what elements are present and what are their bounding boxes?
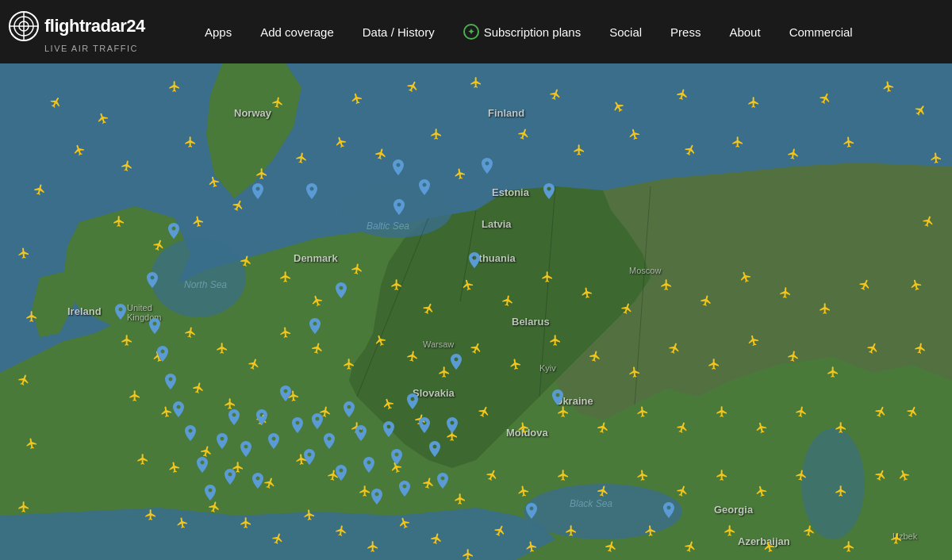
airport-pin[interactable] — [197, 457, 208, 476]
airport-pin[interactable] — [304, 449, 315, 468]
plane-icon[interactable] — [628, 365, 642, 380]
logo-text[interactable]: flightradar24 — [8, 10, 145, 42]
airport-pin[interactable] — [252, 473, 263, 492]
plane-icon[interactable] — [191, 214, 206, 231]
airport-pin[interactable] — [552, 389, 563, 408]
airport-pin[interactable] — [344, 401, 355, 420]
plane-icon[interactable] — [819, 302, 831, 316]
plane-icon[interactable] — [168, 80, 181, 94]
airport-pin[interactable] — [309, 318, 321, 337]
plane-icon[interactable] — [708, 358, 720, 372]
nav-add-coverage[interactable]: Add coverage — [246, 0, 348, 63]
airport-pin[interactable] — [256, 409, 267, 428]
airport-pin[interactable] — [268, 433, 279, 452]
plane-icon[interactable] — [121, 334, 133, 348]
plane-icon[interactable] — [350, 262, 365, 278]
plane-icon[interactable] — [565, 524, 578, 539]
plane-icon[interactable] — [929, 151, 943, 166]
airport-pin[interactable] — [469, 252, 480, 271]
airport-pin[interactable] — [217, 433, 228, 452]
plane-icon[interactable] — [367, 540, 379, 554]
plane-icon[interactable] — [113, 215, 125, 229]
airport-pin[interactable] — [336, 465, 347, 484]
airport-pin[interactable] — [543, 183, 555, 202]
plane-icon[interactable] — [724, 524, 736, 539]
plane-icon[interactable] — [827, 366, 839, 380]
plane-icon[interactable] — [889, 531, 904, 547]
airport-pin[interactable] — [355, 425, 367, 444]
airport-pin[interactable] — [419, 179, 430, 198]
airport-pin[interactable] — [526, 503, 537, 522]
nav-social[interactable]: Social — [595, 0, 656, 63]
airport-pin[interactable] — [363, 457, 374, 476]
airport-pin[interactable] — [407, 393, 418, 412]
plane-icon[interactable] — [843, 540, 855, 554]
plane-icon[interactable] — [516, 420, 532, 437]
airport-pin[interactable] — [399, 481, 410, 500]
plane-icon[interactable] — [343, 358, 355, 372]
plane-icon[interactable] — [635, 405, 650, 420]
airport-pin[interactable] — [306, 183, 317, 202]
plane-icon[interactable] — [271, 95, 286, 112]
plane-icon[interactable] — [120, 159, 135, 175]
plane-icon[interactable] — [580, 286, 595, 302]
plane-icon[interactable] — [240, 516, 252, 531]
plane-icon[interactable] — [541, 270, 554, 285]
plane-icon[interactable] — [635, 468, 650, 483]
plane-icon[interactable] — [167, 460, 182, 477]
plane-icon[interactable] — [279, 270, 292, 285]
airport-pin[interactable] — [371, 489, 382, 508]
plane-icon[interactable] — [786, 147, 801, 163]
plane-icon[interactable] — [794, 405, 809, 421]
plane-icon[interactable] — [390, 278, 403, 293]
plane-icon[interactable] — [913, 341, 928, 358]
plane-icon[interactable] — [136, 453, 149, 467]
airport-pin[interactable] — [393, 159, 404, 178]
airport-pin[interactable] — [447, 417, 458, 436]
plane-icon[interactable] — [573, 144, 585, 158]
airport-pin[interactable] — [391, 449, 402, 468]
airport-pin[interactable] — [149, 318, 160, 337]
plane-icon[interactable] — [778, 286, 793, 301]
airport-pin[interactable] — [225, 469, 236, 488]
plane-icon[interactable] — [17, 501, 30, 515]
plane-icon[interactable] — [524, 539, 539, 556]
airport-pin[interactable] — [240, 441, 251, 460]
plane-icon[interactable] — [660, 278, 673, 293]
plane-icon[interactable] — [184, 136, 197, 150]
plane-icon[interactable] — [786, 349, 801, 366]
airport-pin[interactable] — [429, 441, 440, 460]
plane-icon[interactable] — [175, 516, 190, 532]
plane-icon[interactable] — [842, 135, 856, 150]
plane-icon[interactable] — [359, 485, 371, 499]
airport-pin[interactable] — [252, 183, 263, 202]
airport-pin[interactable] — [185, 425, 196, 444]
plane-icon[interactable] — [716, 405, 728, 420]
airport-pin[interactable] — [451, 354, 462, 373]
plane-icon[interactable] — [25, 436, 40, 453]
nav-apps[interactable]: Apps — [190, 0, 246, 63]
plane-icon[interactable] — [881, 79, 896, 96]
nav-press[interactable]: Press — [656, 0, 715, 63]
airport-pin[interactable] — [168, 223, 179, 242]
plane-icon[interactable] — [302, 508, 317, 523]
airport-pin[interactable] — [205, 485, 216, 504]
airport-pin[interactable] — [383, 421, 394, 440]
plane-icon[interactable] — [516, 484, 532, 501]
nav-about[interactable]: About — [715, 0, 774, 63]
plane-icon[interactable] — [643, 524, 658, 539]
airport-pin[interactable] — [157, 346, 168, 365]
plane-icon[interactable] — [509, 357, 524, 374]
plane-icon[interactable] — [557, 469, 570, 483]
airport-pin[interactable] — [115, 304, 126, 323]
plane-icon[interactable] — [183, 325, 198, 342]
plane-icon[interactable] — [129, 389, 141, 404]
airport-pin[interactable] — [419, 417, 430, 436]
plane-icon[interactable] — [835, 421, 847, 435]
airport-pin[interactable] — [165, 374, 176, 393]
nav-data-history[interactable]: Data / History — [348, 0, 449, 63]
nav-commercial[interactable]: Commercial — [775, 0, 867, 63]
map[interactable]: Norway Finland Estonia Latvia Lithuania … — [0, 63, 952, 560]
plane-icon[interactable] — [278, 325, 293, 340]
plane-icon[interactable] — [294, 151, 309, 167]
